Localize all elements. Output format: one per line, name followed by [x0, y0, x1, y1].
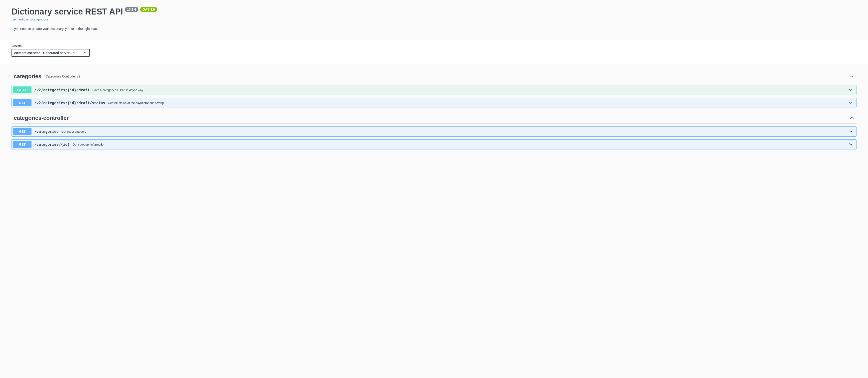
chevron-down-icon	[848, 100, 853, 105]
tag-block-categories-controller: categories-controller GET /categories Ge…	[11, 113, 857, 150]
operation-path: /v2/categories/{id}/draft/status	[34, 101, 105, 105]
version-badge: 13.1.4	[125, 7, 138, 12]
operation-get-v2-categories-id-draft-status[interactable]: GET /v2/categories/{id}/draft/status Get…	[11, 98, 857, 108]
operation-get-categories-id[interactable]: GET /categories/{id} Get category inform…	[11, 139, 857, 150]
method-badge: GET	[13, 141, 31, 148]
chevron-up-icon	[849, 74, 854, 78]
operation-summary: Save a category as Draft in async way	[92, 88, 848, 92]
method-badge: GET	[13, 128, 31, 135]
operation-summary: Get list of category	[61, 130, 848, 133]
server-select[interactable]: /semanticservice - Generated server url	[11, 49, 90, 57]
api-docs-link[interactable]: /semanticservice/api-docs	[11, 18, 49, 21]
tag-block-categories: categories Categories Controller v2 PATC…	[11, 71, 857, 108]
tag-description: Categories Controller v2	[45, 74, 849, 78]
chevron-down-icon	[848, 88, 853, 92]
operation-get-categories[interactable]: GET /categories Get list of category	[11, 126, 857, 136]
operation-patch-v2-categories-id-draft[interactable]: PATCH /v2/categories/{id}/draft Save a c…	[11, 85, 857, 95]
chevron-up-icon	[849, 116, 854, 120]
method-badge: PATCH	[13, 87, 31, 93]
operations-section: categories Categories Controller v2 PATC…	[0, 64, 868, 156]
chevron-down-icon	[848, 129, 853, 134]
tag-name: categories-controller	[14, 115, 69, 121]
api-description: If you need to update your dictionary, y…	[11, 27, 857, 31]
operation-path: /categories/{id}	[34, 142, 70, 147]
tag-header-categories[interactable]: categories Categories Controller v2	[11, 71, 857, 82]
api-title: Dictionary service REST API	[11, 7, 123, 17]
operation-path: /v2/categories/{id}/draft	[34, 88, 90, 92]
operation-path: /categories	[34, 129, 59, 134]
servers-section: Servers /semanticservice - Generated ser…	[0, 40, 868, 64]
oas-badge: OAS 3.0	[140, 7, 157, 12]
tag-header-categories-controller[interactable]: categories-controller	[11, 113, 857, 124]
operation-summary: Get category information	[72, 143, 848, 146]
tag-name: categories	[14, 73, 41, 80]
chevron-down-icon	[848, 142, 853, 147]
info-header: Dictionary service REST API 13.1.4 OAS 3…	[0, 0, 868, 40]
servers-label: Servers	[11, 44, 857, 48]
method-badge: GET	[13, 99, 31, 106]
operation-summary: Get the status of the asynchronous savin…	[108, 101, 848, 105]
